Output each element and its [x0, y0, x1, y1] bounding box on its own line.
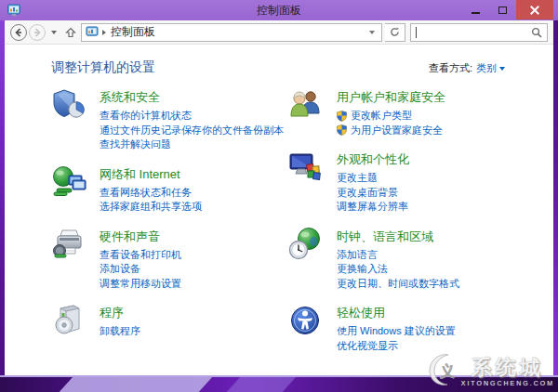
- minimize-button[interactable]: [462, 0, 489, 20]
- refresh-button[interactable]: [385, 23, 405, 42]
- right-column: 用户帐户和家庭安全 更改帐户类型: [288, 87, 525, 365]
- category-ease-of-access: 轻松使用 使用 Windows 建议的设置 优化视觉显示: [288, 303, 525, 353]
- task-link[interactable]: 查找并解决问题: [100, 137, 284, 152]
- control-panel-home: 调整计算机的设置 查看方式: 类别: [5, 45, 553, 375]
- network-internet-icon: [51, 164, 86, 200]
- left-column: 系统和安全 查看你的计算机状态 通过文件历史记录保存你的文件备份副本 查找并解决…: [51, 87, 288, 365]
- category-system-security: 系统和安全 查看你的计算机状态 通过文件历史记录保存你的文件备份副本 查找并解决…: [51, 87, 288, 152]
- user-accounts-icon: [288, 87, 324, 123]
- task-link[interactable]: 更改日期、时间或数字格式: [337, 277, 459, 292]
- appearance-icon: [288, 150, 324, 185]
- address-control-panel-icon: [86, 26, 99, 38]
- task-link[interactable]: 优化视觉显示: [337, 339, 456, 354]
- refresh-icon: [390, 27, 400, 37]
- category-hardware-sound: 硬件和声音 查看设备和打印机 添加设备 调整常用移动设置: [51, 227, 288, 292]
- category-title-link[interactable]: 轻松使用: [337, 305, 456, 321]
- task-link[interactable]: 添加语言: [337, 248, 459, 263]
- category-title-link[interactable]: 硬件和声音: [100, 229, 181, 245]
- address-bar[interactable]: 控制面板: [81, 23, 382, 42]
- task-link[interactable]: 卸载程序: [100, 324, 140, 339]
- page-title: 调整计算机的设置: [51, 59, 155, 76]
- category-user-accounts: 用户帐户和家庭安全 更改帐户类型: [288, 87, 525, 137]
- address-dropdown-icon[interactable]: [369, 31, 375, 34]
- task-link[interactable]: 调整屏幕分辨率: [337, 200, 409, 215]
- task-link[interactable]: 更改主题: [337, 171, 409, 186]
- navigation-bar: 控制面板: [5, 20, 553, 45]
- task-link[interactable]: 查看设备和打印机: [100, 248, 181, 263]
- window-border-right: [553, 20, 558, 375]
- task-link[interactable]: 调整常用移动设置: [100, 277, 181, 292]
- category-clock-language: 时钟、语言和区域 添加语言 更换输入法 更改日期、时间或数字格式: [288, 227, 525, 292]
- hardware-sound-icon: [51, 227, 86, 262]
- category-title-link[interactable]: 程序: [100, 305, 140, 321]
- view-by-dropdown-icon: [499, 67, 505, 71]
- task-link[interactable]: 添加设备: [100, 262, 181, 277]
- task-link[interactable]: 通过文件历史记录保存你的文件备份副本: [100, 124, 284, 138]
- task-link[interactable]: 更改桌面背景: [337, 186, 409, 201]
- task-link-with-shield[interactable]: 为用户设置家庭安全: [337, 124, 445, 138]
- category-appearance: 外观和个性化 更改主题 更改桌面背景 调整屏幕分辨率: [288, 150, 525, 215]
- task-link[interactable]: 更换输入法: [337, 262, 459, 277]
- text-caret: [416, 27, 417, 38]
- clock-language-icon: [288, 227, 324, 262]
- desktop-wallpaper-strip: [0, 375, 558, 392]
- system-security-icon: [51, 87, 86, 123]
- title-bar: 控制面板: [0, 0, 558, 20]
- up-button[interactable]: [65, 27, 76, 38]
- close-icon: [530, 6, 539, 15]
- category-programs: 程序 卸载程序: [51, 303, 288, 339]
- task-link[interactable]: 使用 Windows 建议的设置: [337, 324, 456, 339]
- view-by-selector[interactable]: 类别: [476, 61, 505, 75]
- task-link[interactable]: 查看你的计算机状态: [100, 109, 284, 124]
- task-link[interactable]: 查看网络状态和任务: [100, 186, 202, 201]
- forward-arrow-icon: [33, 28, 42, 37]
- breadcrumb-chevron-icon: [102, 30, 106, 35]
- ease-of-access-icon: [288, 303, 324, 338]
- programs-icon: [51, 303, 86, 338]
- search-icon: [531, 27, 542, 38]
- uac-shield-icon: [337, 111, 347, 122]
- minimize-icon: [472, 12, 480, 14]
- maximize-icon: [498, 7, 507, 14]
- maximize-button[interactable]: [489, 0, 516, 20]
- task-link[interactable]: 选择家庭组和共享选项: [100, 200, 202, 215]
- search-input[interactable]: [410, 23, 548, 42]
- category-title-link[interactable]: 用户帐户和家庭安全: [337, 89, 445, 106]
- back-button[interactable]: [10, 24, 27, 41]
- category-title-link[interactable]: 系统和安全: [100, 89, 284, 106]
- control-panel-window: 控制面板: [0, 0, 558, 375]
- uac-shield-icon: [337, 124, 347, 136]
- control-panel-app-icon: [7, 4, 20, 17]
- category-title-link[interactable]: 外观和个性化: [337, 151, 409, 168]
- breadcrumb: 控制面板: [111, 24, 369, 40]
- task-link-with-shield[interactable]: 更改帐户类型: [337, 109, 445, 124]
- category-title-link[interactable]: 时钟、语言和区域: [337, 229, 459, 245]
- category-title-link[interactable]: 网络和 Internet: [100, 166, 202, 183]
- category-network-internet: 网络和 Internet 查看网络状态和任务 选择家庭组和共享选项: [51, 164, 288, 215]
- back-arrow-icon: [14, 28, 23, 37]
- recent-pages-dropdown-icon[interactable]: [51, 31, 57, 34]
- close-button[interactable]: [516, 0, 553, 20]
- view-by-label: 查看方式:: [429, 61, 472, 75]
- forward-button[interactable]: [29, 24, 46, 41]
